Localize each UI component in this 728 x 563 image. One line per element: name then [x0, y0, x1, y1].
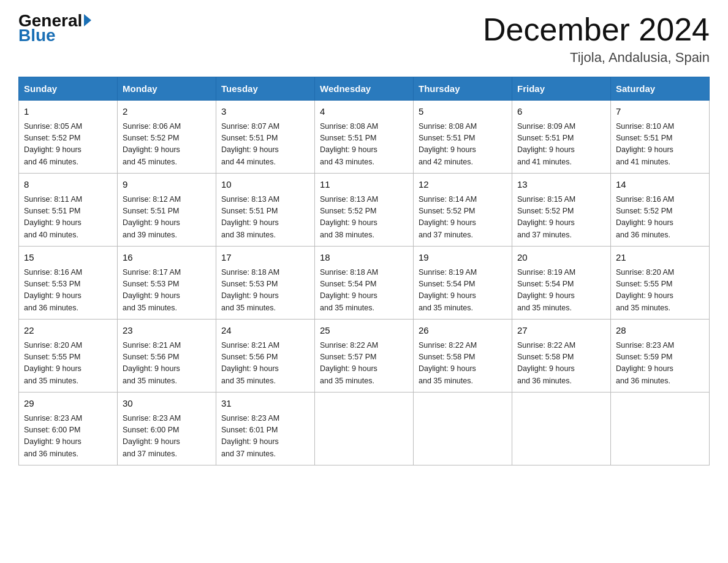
weekday-header-sunday: Sunday	[19, 77, 118, 101]
calendar-day-cell: 1Sunrise: 8:05 AMSunset: 5:52 PMDaylight…	[19, 101, 118, 174]
calendar-day-cell: 5Sunrise: 8:08 AMSunset: 5:51 PMDaylight…	[414, 101, 512, 174]
day-info: Sunrise: 8:21 AMSunset: 5:56 PMDaylight:…	[123, 340, 211, 388]
day-info: Sunrise: 8:14 AMSunset: 5:52 PMDaylight:…	[419, 194, 507, 242]
day-number: 12	[419, 178, 507, 192]
day-info: Sunrise: 8:17 AMSunset: 5:53 PMDaylight:…	[123, 267, 211, 315]
day-info: Sunrise: 8:18 AMSunset: 5:53 PMDaylight:…	[221, 267, 309, 315]
day-info: Sunrise: 8:20 AMSunset: 5:55 PMDaylight:…	[24, 340, 112, 388]
day-number: 29	[24, 397, 112, 411]
day-number: 20	[517, 251, 605, 265]
day-info: Sunrise: 8:10 AMSunset: 5:51 PMDaylight:…	[616, 121, 704, 169]
weekday-header-monday: Monday	[118, 77, 216, 101]
calendar-day-cell: 21Sunrise: 8:20 AMSunset: 5:55 PMDayligh…	[611, 247, 710, 320]
calendar-week-row: 22Sunrise: 8:20 AMSunset: 5:55 PMDayligh…	[19, 320, 710, 393]
calendar-day-cell: 19Sunrise: 8:19 AMSunset: 5:54 PMDayligh…	[414, 247, 512, 320]
day-number: 30	[123, 397, 211, 411]
month-title: December 2024	[483, 12, 710, 47]
calendar-day-cell	[512, 393, 611, 465]
calendar-day-cell: 13Sunrise: 8:15 AMSunset: 5:52 PMDayligh…	[512, 174, 611, 247]
calendar-day-cell: 11Sunrise: 8:13 AMSunset: 5:52 PMDayligh…	[315, 174, 414, 247]
logo-blue-text: Blue	[18, 27, 56, 44]
calendar-day-cell: 22Sunrise: 8:20 AMSunset: 5:55 PMDayligh…	[19, 320, 118, 393]
day-info: Sunrise: 8:18 AMSunset: 5:54 PMDaylight:…	[320, 267, 408, 315]
weekday-header-saturday: Saturday	[611, 77, 710, 101]
calendar-day-cell: 3Sunrise: 8:07 AMSunset: 5:51 PMDaylight…	[216, 101, 315, 174]
calendar-day-cell	[315, 393, 414, 465]
day-number: 27	[517, 324, 605, 338]
day-info: Sunrise: 8:22 AMSunset: 5:58 PMDaylight:…	[419, 340, 507, 388]
weekday-header-thursday: Thursday	[414, 77, 512, 101]
calendar-day-cell: 31Sunrise: 8:23 AMSunset: 6:01 PMDayligh…	[216, 393, 315, 465]
day-number: 2	[123, 105, 211, 119]
calendar-day-cell: 15Sunrise: 8:16 AMSunset: 5:53 PMDayligh…	[19, 247, 118, 320]
calendar-day-cell: 20Sunrise: 8:19 AMSunset: 5:54 PMDayligh…	[512, 247, 611, 320]
day-info: Sunrise: 8:20 AMSunset: 5:55 PMDaylight:…	[616, 267, 704, 315]
day-number: 13	[517, 178, 605, 192]
calendar-day-cell: 17Sunrise: 8:18 AMSunset: 5:53 PMDayligh…	[216, 247, 315, 320]
day-info: Sunrise: 8:23 AMSunset: 5:59 PMDaylight:…	[616, 340, 704, 388]
day-number: 19	[419, 251, 507, 265]
day-number: 6	[517, 105, 605, 119]
day-info: Sunrise: 8:09 AMSunset: 5:51 PMDaylight:…	[517, 121, 605, 169]
calendar-day-cell: 23Sunrise: 8:21 AMSunset: 5:56 PMDayligh…	[118, 320, 216, 393]
day-info: Sunrise: 8:13 AMSunset: 5:52 PMDaylight:…	[320, 194, 408, 242]
day-number: 5	[419, 105, 507, 119]
day-info: Sunrise: 8:16 AMSunset: 5:53 PMDaylight:…	[24, 267, 112, 315]
calendar-day-cell: 26Sunrise: 8:22 AMSunset: 5:58 PMDayligh…	[414, 320, 512, 393]
day-number: 21	[616, 251, 704, 265]
day-number: 31	[221, 397, 309, 411]
calendar-day-cell: 30Sunrise: 8:23 AMSunset: 6:00 PMDayligh…	[118, 393, 216, 465]
calendar-week-row: 15Sunrise: 8:16 AMSunset: 5:53 PMDayligh…	[19, 247, 710, 320]
day-number: 16	[123, 251, 211, 265]
day-info: Sunrise: 8:12 AMSunset: 5:51 PMDaylight:…	[123, 194, 211, 242]
day-info: Sunrise: 8:11 AMSunset: 5:51 PMDaylight:…	[24, 194, 112, 242]
day-number: 18	[320, 251, 408, 265]
day-info: Sunrise: 8:23 AMSunset: 6:00 PMDaylight:…	[123, 413, 211, 461]
calendar-day-cell: 8Sunrise: 8:11 AMSunset: 5:51 PMDaylight…	[19, 174, 118, 247]
calendar-day-cell: 25Sunrise: 8:22 AMSunset: 5:57 PMDayligh…	[315, 320, 414, 393]
day-info: Sunrise: 8:16 AMSunset: 5:52 PMDaylight:…	[616, 194, 704, 242]
day-info: Sunrise: 8:21 AMSunset: 5:56 PMDaylight:…	[221, 340, 309, 388]
day-number: 9	[123, 178, 211, 192]
day-info: Sunrise: 8:08 AMSunset: 5:51 PMDaylight:…	[320, 121, 408, 169]
day-number: 11	[320, 178, 408, 192]
day-info: Sunrise: 8:22 AMSunset: 5:57 PMDaylight:…	[320, 340, 408, 388]
calendar-week-row: 8Sunrise: 8:11 AMSunset: 5:51 PMDaylight…	[19, 174, 710, 247]
calendar-day-cell: 27Sunrise: 8:22 AMSunset: 5:58 PMDayligh…	[512, 320, 611, 393]
calendar-body: 1Sunrise: 8:05 AMSunset: 5:52 PMDaylight…	[19, 101, 710, 465]
day-info: Sunrise: 8:08 AMSunset: 5:51 PMDaylight:…	[419, 121, 507, 169]
day-info: Sunrise: 8:19 AMSunset: 5:54 PMDaylight:…	[419, 267, 507, 315]
calendar-day-cell: 18Sunrise: 8:18 AMSunset: 5:54 PMDayligh…	[315, 247, 414, 320]
day-info: Sunrise: 8:06 AMSunset: 5:52 PMDaylight:…	[123, 121, 211, 169]
calendar-day-cell: 4Sunrise: 8:08 AMSunset: 5:51 PMDaylight…	[315, 101, 414, 174]
calendar-day-cell: 9Sunrise: 8:12 AMSunset: 5:51 PMDaylight…	[118, 174, 216, 247]
title-block: December 2024 Tijola, Andalusia, Spain	[483, 12, 710, 66]
day-info: Sunrise: 8:15 AMSunset: 5:52 PMDaylight:…	[517, 194, 605, 242]
calendar-day-cell: 16Sunrise: 8:17 AMSunset: 5:53 PMDayligh…	[118, 247, 216, 320]
day-info: Sunrise: 8:19 AMSunset: 5:54 PMDaylight:…	[517, 267, 605, 315]
calendar-day-cell: 14Sunrise: 8:16 AMSunset: 5:52 PMDayligh…	[611, 174, 710, 247]
day-number: 26	[419, 324, 507, 338]
day-number: 14	[616, 178, 704, 192]
location-subtitle: Tijola, Andalusia, Spain	[483, 50, 710, 66]
day-info: Sunrise: 8:07 AMSunset: 5:51 PMDaylight:…	[221, 121, 309, 169]
day-info: Sunrise: 8:23 AMSunset: 6:01 PMDaylight:…	[221, 413, 309, 461]
day-number: 22	[24, 324, 112, 338]
day-number: 3	[221, 105, 309, 119]
calendar-day-cell: 29Sunrise: 8:23 AMSunset: 6:00 PMDayligh…	[19, 393, 118, 465]
day-number: 17	[221, 251, 309, 265]
day-info: Sunrise: 8:22 AMSunset: 5:58 PMDaylight:…	[517, 340, 605, 388]
calendar-day-cell: 12Sunrise: 8:14 AMSunset: 5:52 PMDayligh…	[414, 174, 512, 247]
day-number: 15	[24, 251, 112, 265]
calendar-day-cell: 7Sunrise: 8:10 AMSunset: 5:51 PMDaylight…	[611, 101, 710, 174]
calendar-week-row: 1Sunrise: 8:05 AMSunset: 5:52 PMDaylight…	[19, 101, 710, 174]
calendar-day-cell: 28Sunrise: 8:23 AMSunset: 5:59 PMDayligh…	[611, 320, 710, 393]
day-info: Sunrise: 8:05 AMSunset: 5:52 PMDaylight:…	[24, 121, 112, 169]
calendar-header-row: SundayMondayTuesdayWednesdayThursdayFrid…	[19, 77, 710, 101]
day-number: 25	[320, 324, 408, 338]
day-number: 4	[320, 105, 408, 119]
logo: General Blue	[18, 12, 91, 44]
day-number: 8	[24, 178, 112, 192]
calendar-day-cell: 2Sunrise: 8:06 AMSunset: 5:52 PMDaylight…	[118, 101, 216, 174]
weekday-header-tuesday: Tuesday	[216, 77, 315, 101]
